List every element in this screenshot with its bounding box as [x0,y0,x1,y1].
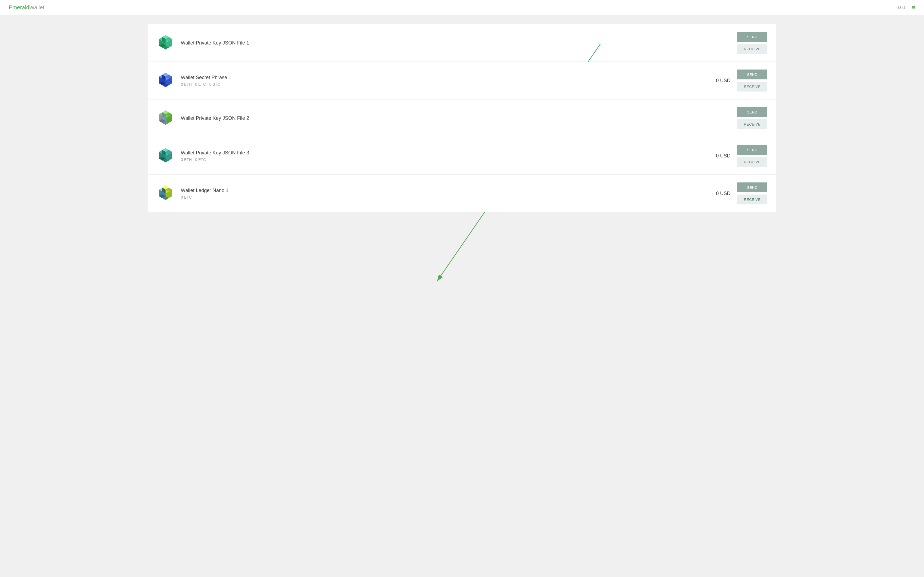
wallet-icon-4 [157,147,174,164]
menu-icon[interactable]: ≡ [912,5,915,11]
balance-eth-2: 0 ETH [181,82,192,87]
header-right: 0.00 ≡ [897,5,915,11]
wallet-icon-5 [157,185,174,202]
wallet-balances-5: 0 BTC [181,195,696,200]
wallet-card-5: Wallet Ledger Nano 1 0 BTC 0 USD SEND RE… [148,175,776,212]
logo-emerald: Emerald [9,5,29,11]
receive-button-1[interactable]: RECEIVE [737,44,767,54]
wallet-name-2: Wallet Secret Phrase 1 [181,75,696,81]
wallet-actions-3: SEND RECEIVE [737,107,767,129]
wallet-card-3: Wallet Private Key JSON File 2 SEND RECE… [148,100,776,137]
balance-etc-2: 0 ETC [195,82,206,87]
wallet-icon-2 [157,72,174,89]
send-button-1[interactable]: SEND [737,32,767,42]
wallet-icon-3 [157,110,174,127]
send-button-4[interactable]: SEND [737,145,767,155]
wallet-name-1: Wallet Private Key JSON File 1 [181,40,731,46]
receive-button-5[interactable]: RECEIVE [737,195,767,205]
wallet-info-4: Wallet Private Key JSON File 3 0 ETH 0 E… [181,150,696,162]
wallet-name-4: Wallet Private Key JSON File 3 [181,150,696,156]
balance-btc-5: 0 BTC [181,195,192,200]
wallet-info-2: Wallet Secret Phrase 1 0 ETH 0 ETC 0 BTC [181,75,696,87]
send-button-3[interactable]: SEND [737,107,767,117]
wallet-name-5: Wallet Ledger Nano 1 [181,188,696,193]
wallet-info-3: Wallet Private Key JSON File 2 [181,115,731,121]
balance-etc-4: 0 ETC [195,158,206,162]
wallet-icon-1 [157,34,174,52]
wallet-name-3: Wallet Private Key JSON File 2 [181,115,731,121]
balance-eth-4: 0 ETH [181,158,192,162]
send-button-5[interactable]: SEND [737,182,767,192]
wallet-info-5: Wallet Ledger Nano 1 0 BTC [181,188,696,200]
wallet-card-1: Wallet Private Key JSON File 1 SEND RECE… [148,24,776,62]
wallet-balances-2: 0 ETH 0 ETC 0 BTC [181,82,696,87]
wallet-usd-4: 0 USD [703,153,730,159]
wallet-actions-4: SEND RECEIVE [737,145,767,167]
balance-btc-2: 0 BTC [209,82,220,87]
wallet-card-2: Wallet Secret Phrase 1 0 ETH 0 ETC 0 BTC… [148,62,776,100]
receive-button-3[interactable]: RECEIVE [737,119,767,129]
header-balance: 0.00 [897,5,905,10]
wallet-list: Wallet Private Key JSON File 1 SEND RECE… [0,15,924,221]
receive-button-4[interactable]: RECEIVE [737,157,767,167]
wallet-info-1: Wallet Private Key JSON File 1 [181,40,731,46]
wallet-actions-1: SEND RECEIVE [737,32,767,54]
wallet-balances-4: 0 ETH 0 ETC [181,158,696,162]
wallet-usd-2: 0 USD [703,78,730,84]
wallet-usd-5: 0 USD [703,191,730,197]
wallet-actions-2: SEND RECEIVE [737,69,767,92]
app-header: Emerald Wallet 0.00 ≡ [0,0,924,15]
send-button-2[interactable]: SEND [737,69,767,79]
wallet-card-4: Wallet Private Key JSON File 3 0 ETH 0 E… [148,137,776,175]
app-logo: Emerald Wallet [9,5,44,11]
receive-button-2[interactable]: RECEIVE [737,82,767,92]
wallet-actions-5: SEND RECEIVE [737,182,767,205]
logo-wallet: Wallet [29,5,44,11]
